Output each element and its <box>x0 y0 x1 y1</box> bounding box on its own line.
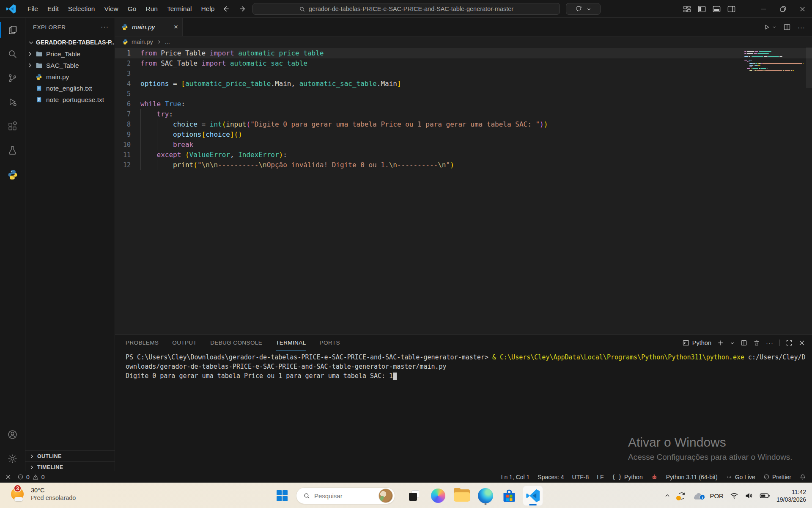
code-line[interactable]: 4options = [automatic_price_table.Main, … <box>115 79 812 89</box>
panel-tab-ports[interactable]: PORTS <box>320 335 340 351</box>
tree-item-note-portuguese-txt[interactable]: note_portuguese.txt <box>25 94 115 105</box>
command-center-search[interactable]: gerador-de-tabelas-PRICE-e-SAC-PRICE-and… <box>252 3 560 15</box>
code-editor[interactable]: 1from Price_Table import automatic_price… <box>115 47 812 334</box>
editor-scrollbar[interactable] <box>806 47 812 88</box>
language-indicator[interactable]: POR <box>710 492 724 500</box>
toggle-secondary-sidebar-icon[interactable] <box>727 5 736 14</box>
search-input[interactable] <box>314 492 369 500</box>
weather-widget[interactable]: 3 30°C Pred ensolarado <box>10 486 76 502</box>
go-live-button[interactable]: Go Live <box>726 474 755 480</box>
run-python-file-button[interactable] <box>763 24 776 31</box>
toggle-panel-icon[interactable] <box>712 5 721 14</box>
split-terminal-icon[interactable] <box>741 340 747 346</box>
line-number[interactable]: 3 <box>115 69 140 79</box>
line-number[interactable]: 7 <box>115 109 140 119</box>
minimap[interactable] <box>744 51 804 71</box>
menu-selection[interactable]: Selection <box>63 3 100 15</box>
robot-extension-icon[interactable] <box>651 474 658 480</box>
bing-daily-image[interactable] <box>379 489 393 503</box>
notifications-bell-icon[interactable] <box>799 474 806 480</box>
tree-item-main-py[interactable]: main.py <box>25 71 115 83</box>
more-actions-icon[interactable]: ··· <box>798 24 805 31</box>
line-number[interactable]: 4 <box>115 79 140 89</box>
code-line[interactable]: 12 print("\n\n----------\nOpção inválida… <box>115 160 812 170</box>
code-line[interactable]: 8 choice = int(input("Digite 0 para gera… <box>115 119 812 130</box>
line-number[interactable]: 12 <box>115 160 140 170</box>
tree-item-sac-table[interactable]: SAC_Table <box>25 60 115 71</box>
line-number[interactable]: 8 <box>115 119 140 130</box>
menu-help[interactable]: Help <box>197 3 219 15</box>
code-line[interactable]: 9 options[choice]() <box>115 130 812 140</box>
menu-file[interactable]: File <box>23 3 43 15</box>
start-button[interactable] <box>275 489 289 503</box>
menu-view[interactable]: View <box>99 3 123 15</box>
tree-item-price-table[interactable]: Price_Table <box>25 48 115 60</box>
cursor-position[interactable]: Ln 1, Col 1 <box>501 474 530 480</box>
minimize-button[interactable] <box>754 0 773 18</box>
forward-icon[interactable] <box>239 5 247 13</box>
clock[interactable]: 11:42 19/03/2026 <box>776 488 809 503</box>
line-number[interactable]: 9 <box>115 130 140 140</box>
maximize-panel-icon[interactable] <box>786 340 793 346</box>
activity-explorer[interactable] <box>0 18 25 42</box>
code-line[interactable]: 2from SAC_Table import automatic_sac_tab… <box>115 58 812 69</box>
eol-status[interactable]: LF <box>597 474 604 480</box>
tree-root-folder[interactable]: GERADOR-DE-TABELAS-P... <box>25 36 115 48</box>
new-terminal-icon[interactable] <box>717 340 724 346</box>
tab-main-py[interactable]: main.py × <box>115 18 183 36</box>
restore-button[interactable] <box>773 0 793 18</box>
vscode-taskbar-button[interactable] <box>523 486 543 506</box>
file-explorer-button[interactable] <box>452 486 472 506</box>
volume-icon[interactable] <box>745 491 753 500</box>
tray-chevron-up-icon[interactable] <box>664 492 671 499</box>
terminal-shell-label[interactable]: Python <box>683 340 711 346</box>
code-line[interactable]: 11 except (ValueError, IndexError): <box>115 150 812 160</box>
split-editor-icon[interactable] <box>783 23 791 31</box>
taskbar-search[interactable] <box>296 487 395 504</box>
line-number[interactable]: 11 <box>115 150 140 160</box>
panel-tab-output[interactable]: OUTPUT <box>172 335 197 351</box>
explorer-actions-icon[interactable]: ··· <box>101 23 109 31</box>
prettier-status[interactable]: Prettier <box>763 474 791 480</box>
activity-testing[interactable] <box>0 138 25 163</box>
remote-indicator[interactable] <box>5 474 11 480</box>
activity-search[interactable] <box>0 42 25 66</box>
code-line[interactable]: 5 <box>115 89 812 99</box>
menu-edit[interactable]: Edit <box>43 3 63 15</box>
kill-terminal-icon[interactable] <box>753 340 760 346</box>
code-line[interactable]: 7 try: <box>115 109 812 119</box>
panel-tab-problems[interactable]: PROBLEMS <box>126 335 159 351</box>
outline-section[interactable]: OUTLINE <box>25 450 115 461</box>
tree-item-note-english-txt[interactable]: note_english.txt <box>25 83 115 94</box>
code-line[interactable]: 3 <box>115 69 812 79</box>
close-panel-icon[interactable] <box>798 340 805 346</box>
onedrive-tray-icon[interactable]: i <box>692 492 703 500</box>
microsoft-store-button[interactable] <box>499 486 519 506</box>
activity-run-debug[interactable] <box>0 90 25 114</box>
activity-python[interactable] <box>0 163 25 187</box>
task-view-button[interactable] <box>404 486 425 506</box>
battery-icon[interactable] <box>760 491 770 500</box>
code-line[interactable]: 6while True: <box>115 99 812 109</box>
sync-tray-icon[interactable] <box>677 491 686 500</box>
code-line[interactable]: 10 break <box>115 140 812 150</box>
panel-more-icon[interactable]: ··· <box>766 340 774 347</box>
line-number[interactable]: 5 <box>115 89 140 99</box>
encoding-status[interactable]: UTF-8 <box>572 474 589 480</box>
panel-tab-debug-console[interactable]: DEBUG CONSOLE <box>210 335 262 351</box>
python-interpreter[interactable]: Python 3.11 (64-bit) <box>666 474 718 480</box>
activity-settings[interactable] <box>0 447 25 471</box>
wifi-icon[interactable] <box>730 491 738 500</box>
close-window-button[interactable] <box>793 0 812 18</box>
panel-tab-terminal[interactable]: TERMINAL <box>276 335 306 351</box>
terminal-dropdown-icon[interactable] <box>730 341 735 345</box>
activity-source-control[interactable] <box>0 66 25 90</box>
copilot-app-button[interactable] <box>428 486 448 506</box>
line-number[interactable]: 1 <box>115 48 140 58</box>
indentation-status[interactable]: Spaces: 4 <box>538 474 564 480</box>
line-number[interactable]: 6 <box>115 99 140 109</box>
toggle-primary-sidebar-icon[interactable] <box>697 5 706 14</box>
customize-layout-icon[interactable] <box>683 5 691 14</box>
breadcrumb-symbol[interactable]: ... <box>165 39 170 45</box>
tab-close-icon[interactable]: × <box>174 23 178 31</box>
